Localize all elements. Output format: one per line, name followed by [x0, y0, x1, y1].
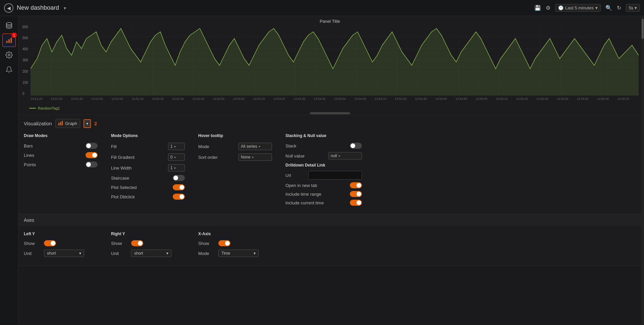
- include-time-range-toggle-knob: [357, 192, 361, 196]
- x-axis-col: X-Axis Show Mode Time ▾: [198, 232, 265, 260]
- mode-options-title: Mode Options: [111, 133, 185, 138]
- bars-row: Bars: [24, 143, 98, 149]
- right-y-unit-select[interactable]: short ▾: [131, 250, 171, 257]
- x-axis-show-row: Show: [198, 240, 265, 246]
- y-label-600: 600: [22, 25, 28, 29]
- include-current-time-toggle[interactable]: [350, 200, 362, 206]
- tooltip-mode-select[interactable]: All series ▾: [238, 143, 272, 150]
- line-width-select[interactable]: 1 ▾: [168, 164, 185, 172]
- stack-label: Stack: [285, 143, 316, 148]
- points-toggle[interactable]: [86, 161, 98, 168]
- right-scrollbar[interactable]: [641, 16, 644, 325]
- x-scrollbar[interactable]: [21, 111, 639, 116]
- x-axis-mode-arrow-icon: ▾: [254, 251, 256, 256]
- y-axis-labels: 600 500 400 300 200 100 0: [21, 25, 30, 95]
- settings-grid: Draw Modes Bars Lines Point: [18, 128, 641, 214]
- line-width-value: 1: [170, 166, 173, 170]
- y-label-100: 100: [22, 81, 28, 84]
- svg-point-4: [8, 54, 10, 56]
- svg-rect-42: [58, 123, 59, 125]
- refresh-rate-badge[interactable]: 5s ▾: [626, 4, 640, 12]
- x-axis-mode-label: Mode: [198, 251, 215, 256]
- plot-dblclick-toggle-knob: [179, 194, 184, 199]
- sidebar-item-alert[interactable]: [2, 63, 16, 76]
- svg-marker-41: [31, 28, 639, 95]
- line-width-row: Line Width 1 ▾: [111, 164, 185, 172]
- stack-toggle[interactable]: [350, 143, 362, 149]
- y-label-400: 400: [22, 47, 28, 51]
- sort-order-row: Sort order None ▾: [198, 153, 272, 161]
- settings-icon[interactable]: ⚙: [546, 5, 550, 11]
- save-icon[interactable]: 💾: [534, 5, 541, 11]
- right-scrollbar-thumb[interactable]: [642, 19, 644, 39]
- sidebar-item-visualization[interactable]: 1: [2, 34, 16, 47]
- bars-label: Bars: [24, 143, 54, 148]
- sidebar-item-database[interactable]: [2, 19, 16, 32]
- points-row: Points: [24, 161, 98, 168]
- x-axis-mode-value: Time: [221, 251, 230, 256]
- plot-dblclick-toggle[interactable]: [173, 194, 185, 200]
- open-new-tab-row: Open in new tab: [285, 182, 362, 188]
- viz-count-badge: 2: [94, 121, 97, 126]
- lines-toggle-knob: [92, 153, 97, 157]
- fill-value: 1: [170, 144, 173, 149]
- top-bar-left: ◀ New dashboard ▾: [4, 3, 66, 13]
- hover-tooltip-title: Hover tooltip: [198, 133, 272, 138]
- bars-toggle[interactable]: [86, 143, 98, 149]
- svg-rect-2: [8, 39, 10, 43]
- sidebar-item-settings[interactable]: [2, 48, 16, 62]
- include-time-range-toggle[interactable]: [350, 191, 362, 197]
- dashboard-caret-icon[interactable]: ▾: [64, 5, 66, 11]
- content-area: Panel Title 600 500 400 300 200 100 0: [18, 16, 641, 325]
- url-input[interactable]: [308, 171, 362, 180]
- null-value-label: Null value: [285, 153, 316, 158]
- legend-label: RandomTag1: [38, 106, 60, 110]
- right-y-unit-value: short: [134, 251, 143, 256]
- chart-legend: RandomTag1: [21, 106, 639, 111]
- null-value-arrow-icon: ▾: [338, 154, 340, 158]
- right-y-show-toggle[interactable]: [131, 240, 143, 246]
- time-range-picker[interactable]: 🕐 Last 5 minutes ▾: [555, 4, 601, 12]
- fill-label: Fill: [111, 144, 141, 149]
- null-value-select[interactable]: null ▾: [328, 152, 362, 159]
- main-layout: 1 Panel Title 600 500 400 300 200 100 0: [0, 16, 644, 325]
- back-button[interactable]: ◀: [4, 3, 13, 13]
- time-range-caret-icon: ▾: [595, 5, 598, 10]
- staircase-label: Staircase: [111, 176, 141, 181]
- sort-order-select[interactable]: None ▾: [238, 153, 272, 161]
- points-toggle-knob: [86, 162, 91, 167]
- fill-arrow-icon: ▾: [174, 145, 176, 148]
- stacking-col: Stacking & Null value Stack Null value n…: [285, 133, 362, 208]
- left-y-show-toggle[interactable]: [44, 240, 56, 246]
- url-label: Url: [285, 173, 306, 178]
- graph-type-button[interactable]: Graph: [55, 119, 80, 128]
- staircase-toggle[interactable]: [173, 175, 185, 181]
- graph-type-label: Graph: [65, 121, 77, 126]
- include-current-time-row: Include current time: [285, 200, 362, 206]
- x-axis-show-toggle[interactable]: [218, 240, 230, 246]
- plot-dblclick-row: Plot Dblclick: [111, 194, 185, 200]
- fill-gradient-select[interactable]: 0 ▾: [168, 153, 185, 161]
- fill-select[interactable]: 1 ▾: [168, 143, 185, 150]
- plot-selected-toggle[interactable]: [173, 184, 185, 190]
- lines-toggle[interactable]: [86, 152, 98, 158]
- null-value-row: Null value null ▾: [285, 152, 362, 159]
- points-label: Points: [24, 162, 54, 167]
- viz-section: Visualization Graph ▾ 2 Draw Modes Bars: [18, 115, 641, 214]
- fill-gradient-value: 0: [170, 155, 173, 159]
- fill-row: Fill 1 ▾: [111, 143, 185, 150]
- viz-dropdown-button[interactable]: ▾: [84, 119, 91, 128]
- open-new-tab-toggle[interactable]: [350, 182, 362, 188]
- lines-row: Lines: [24, 152, 98, 158]
- refresh-icon[interactable]: ↻: [617, 5, 621, 11]
- include-time-range-row: Include time range: [285, 191, 362, 197]
- draw-modes-col: Draw Modes Bars Lines Point: [24, 133, 98, 208]
- fill-gradient-row: Fill Gradient 0 ▾: [111, 153, 185, 161]
- y-label-0: 0: [22, 92, 28, 95]
- line-width-arrow-icon: ▾: [174, 166, 176, 170]
- left-y-unit-select[interactable]: short ▾: [44, 250, 84, 257]
- search-icon[interactable]: 🔍: [605, 5, 612, 11]
- x-scrollbar-thumb[interactable]: [310, 112, 350, 114]
- x-axis-labels: 13:51:2013:51:3013:51:4013:51:5013:52:00…: [21, 96, 639, 101]
- x-axis-mode-select[interactable]: Time ▾: [218, 250, 259, 257]
